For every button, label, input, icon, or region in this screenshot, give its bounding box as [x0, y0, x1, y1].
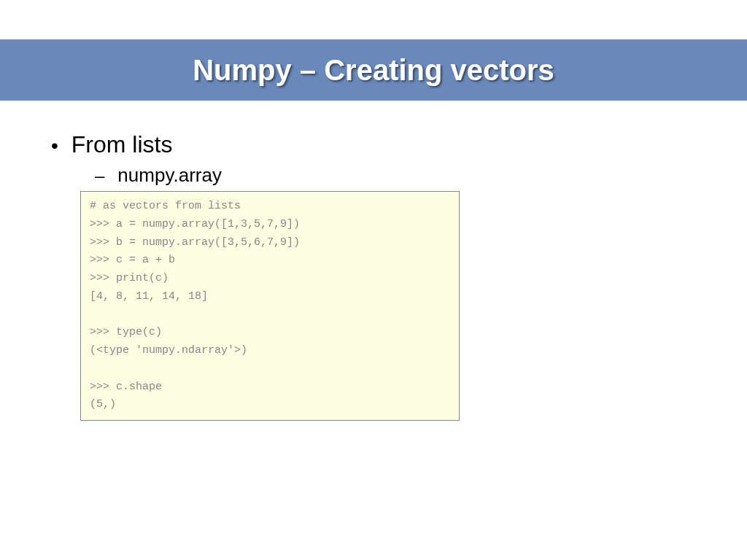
code-block: # as vectors from lists >>> a = numpy.ar…: [80, 191, 460, 421]
bullet-text: From lists: [71, 131, 173, 158]
bullet-marker: •: [51, 134, 58, 158]
slide-title: Numpy – Creating vectors: [193, 54, 554, 87]
sub-bullet-text: numpy.array: [117, 164, 222, 187]
sub-bullet-marker: –: [95, 166, 104, 186]
content-area: • From lists – numpy.array # as vectors …: [51, 131, 696, 421]
title-bar: Numpy – Creating vectors: [0, 39, 747, 101]
sub-bullet-numpy-array: – numpy.array: [95, 164, 696, 187]
bullet-from-lists: • From lists: [51, 131, 696, 158]
slide: Numpy – Creating vectors • From lists – …: [0, 0, 747, 560]
